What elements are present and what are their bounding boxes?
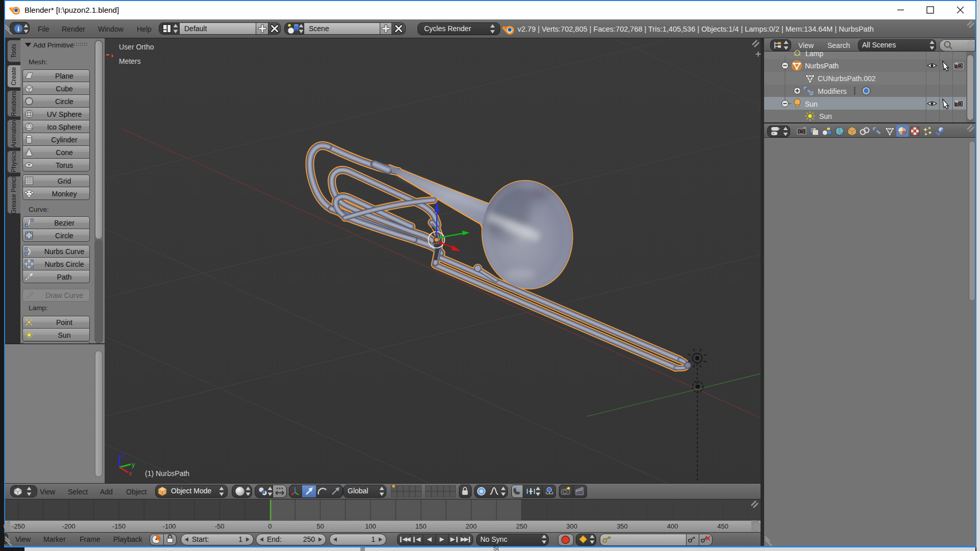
svg-text:Animation: Animation <box>10 120 17 147</box>
svg-text:Tools: Tools <box>10 44 17 58</box>
svg-text:Create: Create <box>10 67 17 85</box>
svg-text:Grease Pencil: Grease Pencil <box>10 176 17 214</box>
svg-text:Physics: Physics <box>10 151 17 172</box>
svg-text:i: i <box>17 25 19 33</box>
svg-text:Relations: Relations <box>10 91 17 116</box>
